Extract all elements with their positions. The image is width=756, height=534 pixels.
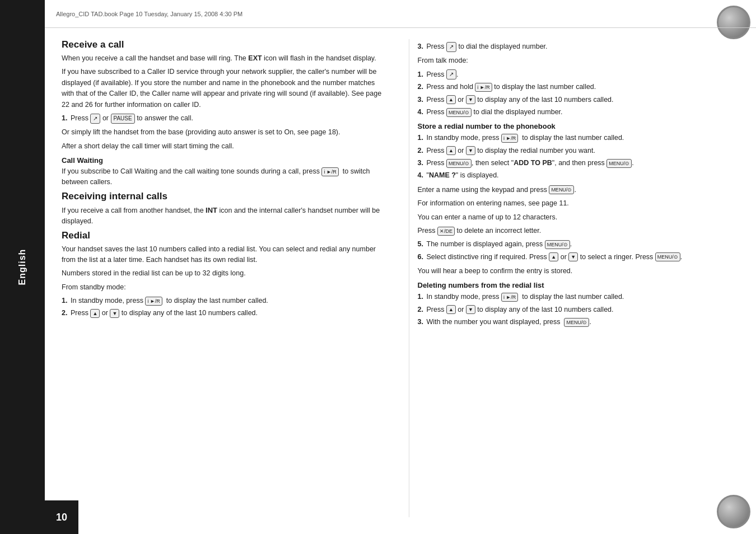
talk-mode-steps: 1. Press ↗. 2. Press and hold i ►/R to d… [418, 69, 740, 118]
header-text: Allegro_CID TAD.book Page 10 Tuesday, Ja… [56, 11, 242, 17]
section-redial: Redial Your handset saves the last 10 nu… [62, 230, 384, 319]
down-arrow-btn: ▼ [110, 309, 119, 318]
internal-calls-text: If you receive a call from another hands… [62, 205, 384, 227]
list-item: 1. Press ↗. [418, 69, 740, 80]
delete-title: Deleting numbers from the redial list [418, 281, 740, 289]
list-item: 1. In standby mode, press i ►/R to displ… [418, 133, 740, 143]
list-item: 2. Press ▲ or ▼ to display any of the la… [418, 305, 740, 315]
store-redial-title: Store a redial number to the phonebook [418, 122, 740, 130]
list-item: 1. In standby mode, press i ►/R to displ… [62, 296, 384, 306]
language-label: English [17, 249, 27, 285]
delete-steps: 1. In standby mode, press i ►/R to displ… [418, 292, 740, 327]
up-arr4: ▲ [549, 252, 558, 261]
redial-steps: 1. In standby mode, press i ►/R to displ… [62, 296, 384, 319]
list-item: 3. Press ▲ or ▼ to display any of the la… [418, 95, 740, 105]
enter-name-text: Enter a name using the keypad and press … [418, 185, 740, 195]
menu-btn2: MENU/⊙ [446, 159, 472, 168]
menu-btn1: MENU/⊙ [446, 108, 472, 117]
content-area: Receive a call When you receive a call t… [45, 28, 756, 534]
sidebar: English [0, 0, 45, 534]
i-rn-button-icon: i ►/R [321, 167, 338, 176]
down-arr2: ▼ [466, 95, 475, 104]
list-item: 2. Press ▲ or ▼ to display the redial nu… [418, 146, 740, 156]
internal-calls-title: Receiving internal calls [62, 191, 384, 202]
down-arr5: ▼ [466, 305, 475, 314]
store-steps: 1. In standby mode, press i ►/R to displ… [418, 133, 740, 181]
talk-button-icon: ↗ [90, 114, 100, 124]
up-to-text: You can enter a name of up to 12 charact… [418, 212, 740, 223]
list-item: 6. Select distinctive ring if required. … [418, 252, 740, 263]
receive-call-title: Receive a call [62, 39, 384, 50]
list-item: 4. "NAME ?" is displayed. [418, 170, 740, 181]
up-arr3: ▲ [446, 146, 456, 155]
redial-from-standby: From standby mode: [62, 282, 384, 293]
redial-para2: Numbers stored in the redial list can be… [62, 268, 384, 279]
delete-btn: ✕/DE [437, 227, 455, 236]
talk-btn2: ↗ [446, 69, 456, 79]
call-waiting-text: If you subscribe to Call Waiting and the… [62, 166, 384, 188]
i-rn-btn: i ►/R [145, 297, 162, 306]
pause-button-icon: PAUSE [111, 114, 135, 124]
call-timer-text: After a short delay the call timer will … [62, 141, 384, 152]
menu-btn6: MENU/⊙ [655, 252, 680, 261]
menu-btn7: MENU/⊙ [564, 318, 589, 327]
top-header: Allegro_CID TAD.book Page 10 Tuesday, Ja… [45, 0, 756, 28]
list-item: 5. The number is displayed again, press … [418, 239, 740, 250]
redial-para1: Your handset saves the last 10 numbers c… [62, 244, 384, 266]
int-label: INT [206, 206, 217, 214]
up-arr5: ▲ [446, 305, 456, 314]
store-redial-section: Store a redial number to the phonebook 1… [418, 122, 740, 277]
list-item: 3. Press ↗ to dial the displayed number. [418, 41, 740, 52]
down-arr4: ▼ [568, 252, 578, 261]
list-item: 1. Press ↗ or PAUSE to answer the call. [62, 113, 384, 124]
left-column: Receive a call When you receive a call t… [62, 39, 392, 517]
redial-title: Redial [62, 230, 384, 241]
receive-call-steps: 1. Press ↗ or PAUSE to answer the call. [62, 113, 384, 124]
list-item: 3. Press MENU/⊙, then select "ADD TO PB"… [418, 158, 740, 168]
right-column: 3. Press ↗ to dial the displayed number.… [409, 39, 740, 517]
list-item: 2. Press ▲ or ▼ to display any of the la… [62, 308, 384, 318]
menu-btn5: MENU/⊙ [545, 240, 570, 249]
call-waiting-title: Call Waiting [62, 156, 384, 165]
i-rn-btn2: i ►/R [475, 83, 492, 92]
i-rn-btn3: i ►/R [501, 134, 518, 143]
menu-btn4: MENU/⊙ [549, 185, 574, 194]
from-talk-mode-label: From talk mode: [418, 55, 740, 66]
confirm-text: You will hear a beep to confirm the entr… [418, 266, 740, 277]
list-item: 3. With the number you want displayed, p… [418, 317, 740, 327]
i-rn-btn4: i ►/R [501, 293, 518, 302]
list-item: 4. Press MENU/⊙ to dial the displayed nu… [418, 107, 740, 118]
delete-section: Deleting numbers from the redial list 1.… [418, 281, 740, 327]
store-steps-continued: 5. The number is displayed again, press … [418, 239, 740, 263]
auto-answer-text: Or simply lift the handset from the base… [62, 127, 384, 138]
list-item: 2. Press and hold i ►/R to display the l… [418, 82, 740, 92]
press-delete-text: Press ✕/DE to delete an incorrect letter… [418, 226, 740, 236]
receive-call-para1: When you receive a call the handset and … [62, 53, 384, 64]
up-arrow-btn: ▲ [90, 309, 100, 318]
talk-btn-icon: ↗ [446, 42, 456, 52]
up-arr2: ▲ [446, 95, 456, 104]
receive-call-para2: If you have subscribed to a Caller ID se… [62, 67, 384, 110]
for-info-text: For information on entering names, see p… [418, 198, 740, 209]
menu-btn3: MENU/⊙ [606, 159, 632, 168]
section-internal-calls: Receiving internal calls If you receive … [62, 191, 384, 227]
section-receive-call: Receive a call When you receive a call t… [62, 39, 384, 188]
redial-steps-continued: 3. Press ↗ to dial the displayed number. [418, 41, 740, 52]
list-item: 1. In standby mode, press i ►/R to displ… [418, 292, 740, 302]
down-arr3: ▼ [466, 146, 475, 155]
